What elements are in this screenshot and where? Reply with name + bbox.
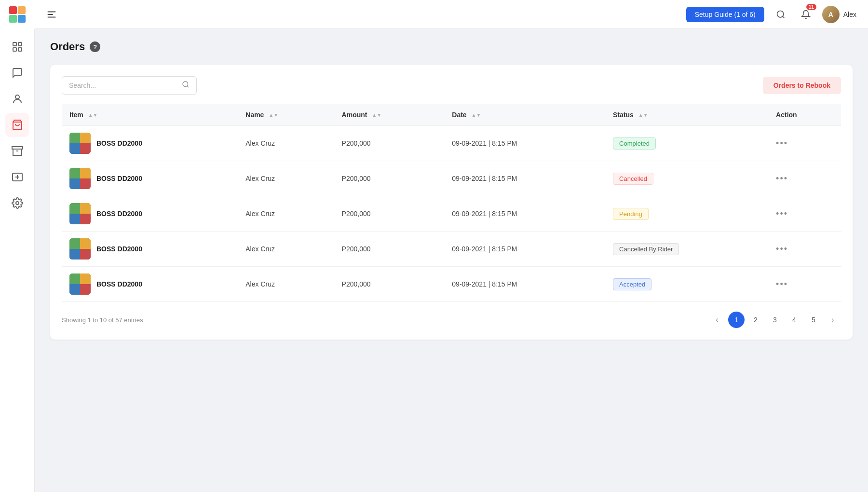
order-date: 09-09-2021 | 8:15 PM (444, 267, 605, 302)
svg-rect-6 (13, 48, 16, 51)
svg-rect-0 (9, 6, 16, 14)
customer-name: Alex Cruz (238, 196, 334, 232)
svg-rect-5 (18, 42, 22, 46)
order-amount: P200,000 (334, 267, 445, 302)
sidebar-item-vouchers[interactable] (5, 165, 29, 189)
customer-name: Alex Cruz (238, 232, 334, 267)
table-row: BOSS DD2000 Alex CruzP200,00009-09-2021 … (62, 161, 841, 196)
page-header: Orders ? (50, 41, 853, 53)
sort-status-icon[interactable]: ▲▼ (638, 113, 648, 118)
item-cell: BOSS DD2000 (69, 168, 230, 189)
svg-rect-4 (13, 42, 16, 46)
pagination-page-3[interactable]: 3 (767, 312, 783, 328)
setup-guide-button[interactable]: Setup Guide (1 of 6) (686, 7, 764, 22)
order-action[interactable]: ••• (768, 161, 841, 196)
customer-name: Alex Cruz (238, 161, 334, 196)
sort-amount-icon[interactable]: ▲▼ (372, 113, 381, 118)
table-row: BOSS DD2000 Alex CruzP200,00009-09-2021 … (62, 126, 841, 161)
page-title: Orders (50, 41, 85, 53)
page-content: Orders ? Orders to Rebook (35, 29, 868, 492)
sidebar-item-archive[interactable] (5, 139, 29, 163)
pagination: ‹12345› (709, 312, 841, 328)
pagination-page-2[interactable]: 2 (747, 312, 764, 328)
action-menu-button[interactable]: ••• (776, 279, 788, 289)
order-date: 09-09-2021 | 8:15 PM (444, 126, 605, 161)
sidebar-item-orders[interactable] (5, 113, 29, 137)
table-row: BOSS DD2000 Alex CruzP200,00009-09-2021 … (62, 267, 841, 302)
action-menu-button[interactable]: ••• (776, 174, 788, 183)
table-row: BOSS DD2000 Alex CruzP200,00009-09-2021 … (62, 232, 841, 267)
table-row: BOSS DD2000 Alex CruzP200,00009-09-2021 … (62, 196, 841, 232)
user-name-label: Alex (843, 11, 856, 18)
pagination-area: Showing 1 to 10 of 57 entries ‹12345› (62, 312, 841, 328)
svg-rect-10 (12, 147, 23, 149)
table-body: BOSS DD2000 Alex CruzP200,00009-09-2021 … (62, 126, 841, 302)
action-menu-button[interactable]: ••• (776, 209, 788, 219)
status-badge: Accepted (613, 278, 651, 290)
search-icon (182, 81, 190, 90)
help-icon[interactable]: ? (90, 41, 100, 52)
sort-item-icon[interactable]: ▲▼ (88, 113, 98, 118)
item-name: BOSS DD2000 (96, 280, 142, 288)
item-thumbnail (69, 203, 91, 224)
pagination-page-1[interactable]: 1 (728, 312, 745, 328)
pagination-next[interactable]: › (825, 312, 841, 328)
item-thumb-image (69, 203, 91, 224)
item-cell: BOSS DD2000 (69, 273, 230, 295)
col-status: Status ▲▼ (605, 104, 768, 126)
main-area: Setup Guide (1 of 6) 11 A Alex (35, 0, 868, 492)
user-menu[interactable]: A Alex (822, 6, 856, 23)
order-status: Cancelled (605, 161, 768, 196)
card-toolbar: Orders to Rebook (62, 76, 841, 95)
search-box[interactable] (62, 76, 197, 95)
order-date: 09-09-2021 | 8:15 PM (444, 196, 605, 232)
svg-rect-3 (17, 15, 25, 23)
order-action[interactable]: ••• (768, 232, 841, 267)
item-thumbnail (69, 168, 91, 189)
sidebar-item-settings[interactable] (5, 191, 29, 215)
pagination-page-5[interactable]: 5 (805, 312, 822, 328)
order-amount: P200,000 (334, 196, 445, 232)
sidebar-item-profile[interactable] (5, 87, 29, 111)
customer-name: Alex Cruz (238, 267, 334, 302)
sidebar-item-dashboard[interactable] (5, 35, 29, 59)
app-logo[interactable] (0, 0, 35, 29)
notification-button[interactable]: 11 (797, 6, 814, 23)
action-menu-button[interactable]: ••• (776, 244, 788, 254)
action-menu-button[interactable]: ••• (776, 138, 788, 148)
svg-point-8 (15, 95, 19, 99)
order-amount: P200,000 (334, 232, 445, 267)
search-input[interactable] (69, 82, 178, 89)
avatar: A (822, 6, 840, 23)
sort-date-icon[interactable]: ▲▼ (472, 113, 481, 118)
sort-name-icon[interactable]: ▲▼ (269, 113, 278, 118)
pagination-prev[interactable]: ‹ (709, 312, 725, 328)
svg-rect-2 (9, 15, 16, 23)
order-action[interactable]: ••• (768, 196, 841, 232)
svg-point-18 (183, 82, 188, 87)
item-cell: BOSS DD2000 (69, 203, 230, 224)
status-badge: Pending (613, 208, 649, 220)
order-action[interactable]: ••• (768, 126, 841, 161)
rebook-button[interactable]: Orders to Rebook (763, 77, 841, 94)
item-thumbnail (69, 273, 91, 295)
menu-toggle-button[interactable] (46, 9, 57, 20)
order-status: Completed (605, 126, 768, 161)
order-amount: P200,000 (334, 161, 445, 196)
pagination-page-4[interactable]: 4 (786, 312, 802, 328)
item-thumbnail (69, 238, 91, 260)
orders-table: Item ▲▼ Name ▲▼ Amount ▲▼ Date ▲▼ Status (62, 104, 841, 302)
header: Setup Guide (1 of 6) 11 A Alex (35, 0, 868, 29)
item-cell: BOSS DD2000 (69, 133, 230, 154)
sidebar-nav (5, 29, 29, 492)
col-item: Item ▲▼ (62, 104, 238, 126)
svg-point-13 (16, 202, 19, 205)
avatar-image: A (822, 6, 840, 23)
sidebar-item-inbox[interactable] (5, 61, 29, 85)
order-action[interactable]: ••• (768, 267, 841, 302)
svg-point-17 (777, 11, 783, 17)
orders-card: Orders to Rebook Item ▲▼ Name ▲▼ Amount … (50, 65, 853, 340)
search-button[interactable] (772, 6, 789, 23)
item-thumb-image (69, 133, 91, 154)
header-icons: 11 A Alex (772, 6, 856, 23)
